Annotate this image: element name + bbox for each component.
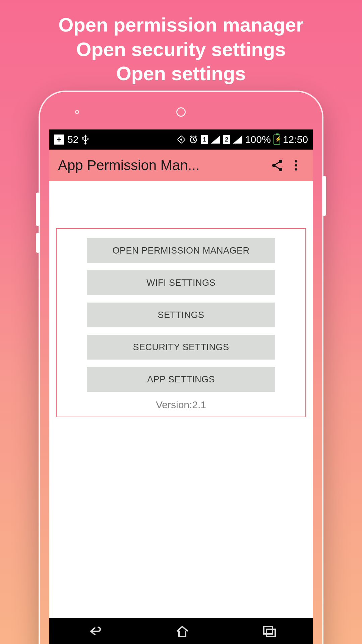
actions-card: OPEN PERMISSION MANAGER WIFI SETTINGS SE… [56, 228, 306, 417]
back-icon [85, 624, 104, 639]
promo-line-2: Open security settings [7, 37, 355, 62]
share-icon [270, 159, 284, 172]
status-bar: + 52 1 2 100% [49, 129, 313, 150]
svg-rect-9 [264, 627, 273, 634]
svg-point-8 [295, 168, 297, 171]
svg-point-1 [180, 139, 182, 141]
battery-icon [274, 135, 280, 145]
open-permission-manager-button[interactable]: OPEN PERMISSION MANAGER [87, 238, 275, 263]
phone-side-button [322, 176, 326, 216]
promo-line-3: Open settings [7, 61, 355, 86]
phone-side-button [36, 233, 40, 253]
sim2-icon: 2 [223, 135, 230, 144]
app-bar: App Permission Man... [49, 150, 313, 181]
sim1-icon: 1 [201, 135, 208, 144]
app-title: App Permission Man... [58, 157, 268, 173]
plus-icon: + [54, 135, 64, 145]
status-time: 12:50 [283, 134, 308, 145]
main-content: OPEN PERMISSION MANAGER WIFI SETTINGS SE… [49, 181, 313, 417]
home-button[interactable] [174, 624, 190, 639]
recent-apps-button[interactable] [261, 624, 277, 639]
home-icon [174, 624, 190, 639]
svg-point-6 [295, 160, 297, 163]
back-button[interactable] [85, 624, 104, 639]
battery-percent: 100% [245, 134, 271, 145]
svg-point-7 [295, 164, 297, 167]
usb-icon [82, 135, 89, 145]
recent-icon [261, 624, 277, 639]
signal-icon [211, 136, 220, 144]
wifi-settings-button[interactable]: WIFI SETTINGS [87, 270, 275, 295]
phone-frame: + 52 1 2 100% [39, 91, 323, 644]
status-temp: 52 [67, 134, 78, 145]
version-label: Version:2.1 [87, 399, 275, 411]
more-vert-icon [292, 159, 300, 172]
phone-speaker [176, 107, 186, 117]
alarm-icon [189, 135, 198, 144]
phone-camera [75, 110, 79, 114]
svg-rect-10 [266, 629, 275, 637]
share-button[interactable] [268, 156, 287, 175]
signal-icon [233, 136, 242, 144]
phone-screen: + 52 1 2 100% [49, 129, 313, 644]
promo-heading: Open permission manager Open security se… [0, 0, 362, 89]
android-nav-bar [49, 618, 313, 644]
promo-line-1: Open permission manager [7, 13, 355, 37]
phone-side-button [36, 193, 40, 226]
overflow-menu-button[interactable] [287, 156, 305, 175]
rotate-icon [177, 135, 186, 144]
app-settings-button[interactable]: APP SETTINGS [87, 367, 275, 392]
settings-button[interactable]: SETTINGS [87, 303, 275, 327]
security-settings-button[interactable]: SECURITY SETTINGS [87, 335, 275, 360]
